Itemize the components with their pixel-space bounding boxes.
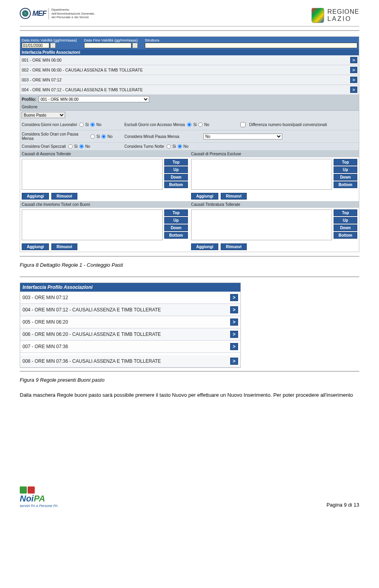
bottom-button[interactable]: Bottom [334, 181, 357, 188]
opt-label: Considera Turno Notte [124, 144, 164, 149]
top-button[interactable]: Top [164, 209, 188, 216]
top-button[interactable]: Top [334, 159, 357, 166]
expand-icon[interactable]: > [230, 318, 238, 326]
no-radio[interactable] [178, 144, 182, 149]
noipa-title: NoiPA [20, 494, 45, 503]
no-radio[interactable] [90, 122, 95, 127]
profile-row[interactable]: 003 - ORE MIN 07:12> [20, 292, 240, 304]
up-button[interactable]: Up [334, 217, 357, 224]
calendar-icon[interactable] [50, 43, 56, 48]
opt-label: Escludi Giorni con Accesso Mensa [124, 122, 185, 127]
aggiungi-button[interactable]: Aggiungi [191, 193, 218, 200]
expand-icon[interactable]: > [350, 67, 357, 73]
separator [20, 256, 359, 256]
figure-9-caption: Figura 9 Regole presenti Buoni pasto [20, 377, 359, 383]
left-header: Causali di Assenza Tollerate [20, 151, 190, 157]
profile-row[interactable]: 007 - ORE MIN 07:36> [20, 341, 240, 353]
profile-row-label: 008 - ORE MIN 07:36 - CAUSALI ASSENZA E … [23, 358, 161, 364]
bottom-button[interactable]: Bottom [334, 232, 357, 239]
dual-pane-2: Top Up Down Bottom Top Up Down Bottom [20, 208, 359, 242]
down-button[interactable]: Down [164, 174, 188, 181]
rimuovi-button[interactable]: Rimuovi [51, 193, 77, 200]
gestione-row: Buono Pasto [20, 111, 359, 119]
no-radio[interactable] [79, 144, 84, 149]
si-radio[interactable] [68, 144, 73, 149]
page-header: MEF Dipartimento dell'Amministrazione Ge… [20, 8, 359, 26]
struttura-input[interactable] [145, 43, 357, 48]
si-radio[interactable] [90, 134, 95, 139]
expand-icon[interactable]: > [230, 331, 238, 338]
separator [20, 277, 359, 277]
region-line2: LAZIO [327, 15, 359, 23]
profile-row[interactable]: 006 - ORE MIN 06:20 - CAUSALI ASSENZA E … [20, 328, 240, 341]
lazio-crest-icon [311, 8, 324, 23]
dual-btn-row-2: Aggiungi Rimuovi Aggiungi Rimuovi [20, 242, 359, 252]
opt-label: Differenza numero buoni/pasti convenzion… [249, 122, 327, 127]
expand-icon[interactable]: > [350, 57, 357, 63]
si-radio[interactable] [167, 144, 171, 149]
aggiungi-button[interactable]: Aggiungi [22, 193, 49, 200]
causali-timbratura-listbox[interactable] [191, 209, 332, 240]
rimuovi-button[interactable]: Rimuovi [221, 193, 246, 200]
no-radio[interactable] [101, 134, 106, 139]
assoc-row[interactable]: 003 - ORE MIN 07:12> [20, 75, 359, 85]
page-footer: NoiPA servizi PA a Persone PA Pagina 9 d… [20, 486, 359, 508]
rimuovi-button[interactable]: Rimuovi [221, 243, 246, 250]
pausa-mensa-select[interactable]: No [203, 134, 282, 139]
up-button[interactable]: Up [164, 166, 188, 173]
top-button[interactable]: Top [164, 159, 188, 166]
department-block: Dipartimento dell'Amministrazione Genera… [49, 8, 95, 19]
dual-header-1: Causali di Assenza Tollerate Causali di … [20, 151, 359, 157]
assoc-row-label: 001 - ORE MIN 06:00 [22, 58, 62, 62]
assoc-row[interactable]: 002 - ORE MIN 06:00 - CAUSALI ASSENZA E … [20, 65, 359, 75]
profile-row[interactable]: 005 - ORE MIN 06:20> [20, 316, 240, 328]
expand-icon[interactable]: > [350, 77, 357, 83]
assoc-row[interactable]: 004 - ORE MIN 07:12 - CAUSALI ASSENZA E … [20, 85, 359, 95]
down-button[interactable]: Down [334, 174, 357, 181]
assoc-header: Interfaccia Profilo Associazioni [20, 49, 359, 55]
aggiungi-button[interactable]: Aggiungi [22, 243, 49, 250]
si-radio[interactable] [79, 122, 84, 127]
options-row-1: Considera Giorni non LavorativiSiNo Escl… [20, 119, 359, 130]
expand-icon[interactable]: > [230, 306, 238, 313]
profilo-label: Profilo: [22, 97, 36, 102]
calendar-icon[interactable] [132, 43, 138, 48]
down-button[interactable]: Down [164, 224, 188, 231]
si-radio[interactable] [187, 122, 191, 127]
diff-checkbox[interactable] [240, 122, 246, 127]
down-button[interactable]: Down [334, 224, 357, 231]
top-button[interactable]: Top [334, 209, 357, 216]
no-radio[interactable] [198, 122, 203, 127]
data-fine-input[interactable] [84, 43, 131, 48]
gestione-select[interactable]: Buono Pasto [22, 112, 65, 118]
figure-8-caption: Figura 8 Dettaglio Regole 1 - Conteggio … [20, 262, 359, 268]
profile-row[interactable]: 004 - ORE MIN 07:12 - CAUSALI ASSENZA E … [20, 304, 240, 316]
profile-row[interactable]: 008 - ORE MIN 07:36 - CAUSALI ASSENZA E … [20, 353, 240, 368]
causali-invertono-listbox[interactable] [22, 209, 163, 240]
data-inizio-input[interactable] [22, 43, 49, 48]
causali-assenza-listbox[interactable] [22, 159, 163, 190]
expand-icon[interactable]: > [350, 87, 357, 93]
expand-icon[interactable]: > [230, 294, 238, 301]
noipa-subtitle: servizi PA a Persone PA [20, 504, 58, 508]
separator [20, 30, 359, 31]
dept-line1: Dipartimento [51, 8, 95, 12]
causali-presenza-listbox[interactable] [191, 159, 332, 190]
up-button[interactable]: Up [164, 217, 188, 224]
aggiungi-button[interactable]: Aggiungi [191, 243, 218, 250]
lazio-text: REGIONE LAZIO [327, 8, 359, 23]
profilo-select[interactable]: 001 - ORE MIN 06:00 [39, 96, 149, 102]
dept-line3: del Personale e dei Servizi [51, 15, 95, 19]
region-line1: REGIONE [327, 8, 359, 15]
assoc-row-label: 002 - ORE MIN 06:00 - CAUSALI ASSENZA E … [22, 68, 143, 72]
expand-icon[interactable]: > [230, 343, 238, 350]
data-fine-label: Data Fine Validità (gg/mm/aaaa) [84, 38, 138, 42]
bottom-button[interactable]: Bottom [164, 181, 188, 188]
assoc-row-label: 004 - ORE MIN 07:12 - CAUSALI ASSENZA E … [22, 87, 143, 92]
bottom-button[interactable]: Bottom [164, 232, 188, 239]
up-button[interactable]: Up [334, 166, 357, 173]
screenshot-figure-9: Interfaccia Profilo Associazioni 003 - O… [20, 283, 241, 368]
assoc-row[interactable]: 001 - ORE MIN 06:00> [20, 55, 359, 65]
expand-icon[interactable]: > [230, 358, 238, 365]
rimuovi-button[interactable]: Rimuovi [51, 243, 77, 250]
